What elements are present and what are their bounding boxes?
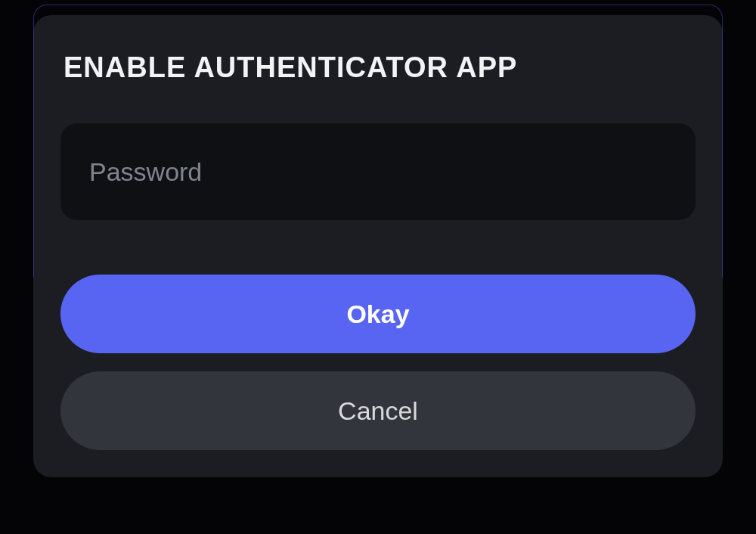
cancel-button[interactable]: Cancel (60, 371, 696, 450)
password-input[interactable] (60, 123, 696, 220)
okay-button[interactable]: Okay (60, 275, 696, 353)
enable-authenticator-modal: ENABLE AUTHENTICATOR APP Okay Cancel (33, 15, 723, 477)
modal-title: ENABLE AUTHENTICATOR APP (64, 51, 696, 84)
